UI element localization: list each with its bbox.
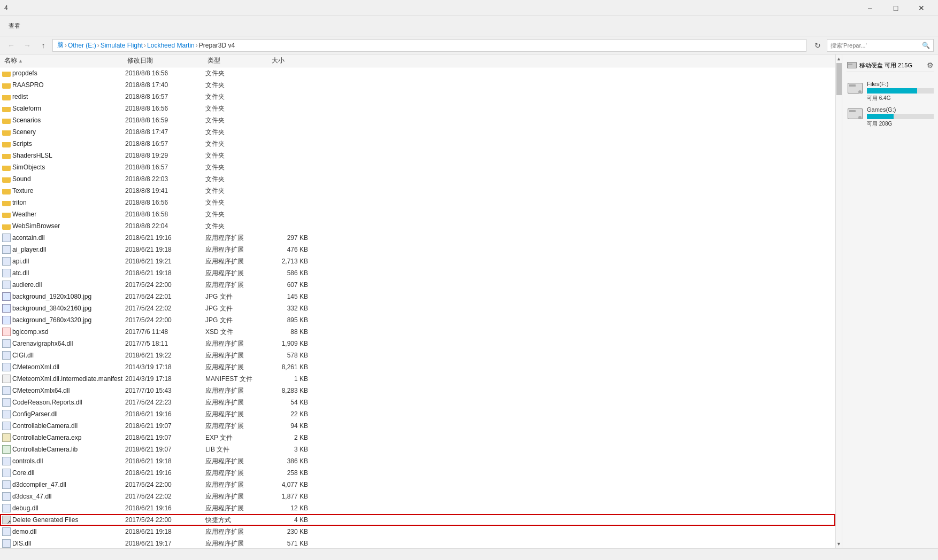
view-button[interactable]: 查看 [4, 19, 25, 34]
search-input[interactable] [831, 42, 920, 49]
maximize-button[interactable]: □ [883, 0, 908, 16]
drive-item-games[interactable]: Games(G:) 可用 208G [847, 106, 934, 128]
file-row[interactable]: CMeteomXml.dll.intermediate.manifest 201… [0, 373, 835, 385]
breadcrumb-part-1[interactable]: Other (E:) [68, 42, 96, 49]
file-row[interactable]: background_7680x4320.jpg 2017/5/24 22:00… [0, 314, 835, 326]
file-row[interactable]: d3dcompiler_47.dll 2017/5/24 22:00 应用程序扩… [0, 479, 835, 491]
folder-icon [2, 152, 11, 159]
file-row[interactable]: CMeteomXmlx64.dll 2017/7/10 15:43 应用程序扩展… [0, 385, 835, 396]
file-type-cell: 应用程序扩展 [205, 234, 270, 243]
file-row[interactable]: SimObjects 2018/8/8 16:57 文件夹 [0, 161, 835, 173]
file-date-cell: 2018/6/21 19:16 [125, 469, 205, 477]
file-date-cell: 2018/6/21 19:16 [125, 234, 205, 242]
file-row[interactable]: Sound 2018/8/8 22:03 文件夹 [0, 173, 835, 185]
col-type-header[interactable]: 类型 [205, 56, 270, 65]
file-name-text: bglcomp.xsd [12, 328, 48, 336]
file-name-cell: CMeteomXml.dll.intermediate.manifest [2, 375, 125, 383]
file-row[interactable]: atc.dll 2018/6/21 19:18 应用程序扩展 586 KB [0, 267, 835, 279]
file-row[interactable]: DIS.dll 2018/6/21 19:17 应用程序扩展 571 KB [0, 538, 835, 548]
file-row[interactable]: ControllableCamera.exp 2018/6/21 19:07 E… [0, 432, 835, 444]
file-name-cell: ai_player.dll [2, 245, 125, 254]
file-row[interactable]: debug.dll 2018/6/21 19:16 应用程序扩展 12 KB [0, 502, 835, 514]
file-row[interactable]: api.dll 2018/6/21 19:21 应用程序扩展 2,713 KB [0, 255, 835, 267]
file-row[interactable]: ControllableCamera.dll 2018/6/21 19:07 应… [0, 420, 835, 432]
file-row[interactable]: background_3840x2160.jpg 2017/5/24 22:02… [0, 302, 835, 314]
breadcrumb-part-2[interactable]: Simulate Flight [101, 42, 143, 49]
file-name-cell: propdefs [2, 69, 125, 77]
col-name-header[interactable]: 名称 ▲ [2, 56, 125, 65]
breadcrumb-part-3[interactable]: Lockheed Martin [147, 42, 195, 49]
folder-icon [2, 93, 11, 100]
scroll-up-arrow[interactable]: ▲ [836, 55, 842, 63]
dll-icon [2, 422, 11, 430]
folder-icon [2, 222, 11, 230]
file-size-cell: 12 KB [270, 504, 312, 512]
file-type-cell: 应用程序扩展 [205, 339, 270, 348]
scroll-thumb-area [836, 63, 842, 540]
file-type-cell: JPG 文件 [205, 304, 270, 313]
file-row[interactable]: acontain.dll 2018/6/21 19:16 应用程序扩展 297 … [0, 232, 835, 244]
file-name-cell: acontain.dll [2, 234, 125, 242]
file-row[interactable]: WebSimBrowser 2018/8/8 22:04 文件夹 [0, 220, 835, 232]
file-row[interactable]: Weather 2018/8/8 16:58 文件夹 [0, 208, 835, 220]
file-list[interactable]: propdefs 2018/8/8 16:56 文件夹 RAASPRO 2018… [0, 67, 835, 548]
search-icon[interactable]: 🔍 [922, 42, 930, 49]
minimize-button[interactable]: – [858, 0, 882, 16]
file-size-cell: 145 KB [270, 293, 312, 300]
file-row[interactable]: RAASPRO 2018/8/8 17:40 文件夹 [0, 79, 835, 91]
file-row[interactable]: Texture 2018/8/8 19:41 文件夹 [0, 185, 835, 197]
file-row[interactable]: Carenavigraphx64.dll 2017/7/5 18:11 应用程序… [0, 338, 835, 349]
dll-icon [2, 339, 11, 348]
file-row[interactable]: controls.dll 2018/6/21 19:18 应用程序扩展 386 … [0, 455, 835, 467]
file-type-cell: 应用程序扩展 [205, 539, 270, 548]
up-button[interactable]: ↑ [36, 38, 50, 52]
file-row[interactable]: CIGI.dll 2018/6/21 19:22 应用程序扩展 578 KB [0, 349, 835, 361]
drive-item-files[interactable]: Files(F:) 可用 6.4G [847, 81, 934, 102]
col-date-header[interactable]: 修改日期 [125, 56, 205, 65]
file-name-cell: background_3840x2160.jpg [2, 304, 125, 313]
file-row[interactable]: audiere.dll 2017/5/24 22:00 应用程序扩展 607 K… [0, 279, 835, 291]
file-name-cell: Carenavigraphx64.dll [2, 339, 125, 348]
file-row[interactable]: ↗ Delete Generated Files 2017/5/24 22:00… [0, 514, 835, 526]
file-row[interactable]: background_1920x1080.jpg 2017/5/24 22:01… [0, 291, 835, 302]
center-scrollbar[interactable]: ▲ ▼ [835, 55, 842, 548]
file-row[interactable]: CMeteomXml.dll 2014/3/19 17:18 应用程序扩展 8,… [0, 361, 835, 373]
titlebar-controls: – □ ✕ [858, 0, 934, 16]
file-row[interactable]: triton 2018/8/8 16:56 文件夹 [0, 197, 835, 208]
file-row[interactable]: ControllableCamera.lib 2018/6/21 19:07 L… [0, 444, 835, 455]
scroll-down-arrow[interactable]: ▼ [836, 540, 842, 548]
file-type-cell: 文件夹 [205, 104, 270, 113]
drive-avail-games: 可用 208G [867, 120, 934, 128]
file-row[interactable]: Scaleform 2018/8/8 16:56 文件夹 [0, 103, 835, 114]
col-size-header[interactable]: 大小 [270, 56, 312, 65]
file-row[interactable]: bglcomp.xsd 2017/7/6 11:48 XSD 文件 88 KB [0, 326, 835, 338]
file-row[interactable]: redist 2018/8/8 16:57 文件夹 [0, 91, 835, 103]
scroll-thumb[interactable] [836, 63, 842, 95]
forward-button[interactable]: → [20, 38, 34, 52]
file-row[interactable]: propdefs 2018/8/8 16:56 文件夹 [0, 67, 835, 79]
file-row[interactable]: Core.dll 2018/6/21 19:16 应用程序扩展 258 KB [0, 467, 835, 479]
file-date-cell: 2018/8/8 17:47 [125, 128, 205, 136]
refresh-button[interactable]: ↻ [811, 38, 825, 52]
breadcrumb-part-0[interactable]: 脑 [57, 41, 64, 50]
file-name-cell: Scenarios [2, 116, 125, 124]
file-size-cell: 2,713 KB [270, 258, 312, 265]
file-row[interactable]: ConfigParser.dll 2018/6/21 19:16 应用程序扩展 … [0, 408, 835, 420]
settings-icon[interactable]: ⚙ [927, 61, 934, 69]
file-name-text: Scaleform [12, 105, 41, 112]
file-row[interactable]: Scenery 2018/8/8 17:47 文件夹 [0, 126, 835, 138]
file-type-cell: EXP 文件 [205, 433, 270, 442]
file-row[interactable]: CodeReason.Reports.dll 2017/5/24 22:23 应… [0, 396, 835, 408]
close-button[interactable]: ✕ [909, 0, 934, 16]
file-row[interactable]: Scripts 2018/8/8 16:57 文件夹 [0, 138, 835, 150]
file-row[interactable]: ai_player.dll 2018/6/21 19:18 应用程序扩展 476… [0, 244, 835, 255]
file-row[interactable]: demo.dll 2018/6/21 19:18 应用程序扩展 230 KB [0, 526, 835, 538]
back-button[interactable]: ← [4, 38, 18, 52]
right-panel: 移动硬盘 可用 215G ⚙ Files(F:) [842, 55, 938, 548]
file-row[interactable]: Scenarios 2018/8/8 16:59 文件夹 [0, 114, 835, 126]
file-date-cell: 2018/6/21 19:18 [125, 246, 205, 253]
panel-collapse-button[interactable]: › [842, 291, 842, 312]
breadcrumb[interactable]: 脑 › Other (E:) › Simulate Flight › Lockh… [52, 39, 806, 52]
file-row[interactable]: ShadersHLSL 2018/8/8 19:29 文件夹 [0, 150, 835, 161]
file-row[interactable]: d3dcsx_47.dll 2017/5/24 22:02 应用程序扩展 1,8… [0, 491, 835, 502]
